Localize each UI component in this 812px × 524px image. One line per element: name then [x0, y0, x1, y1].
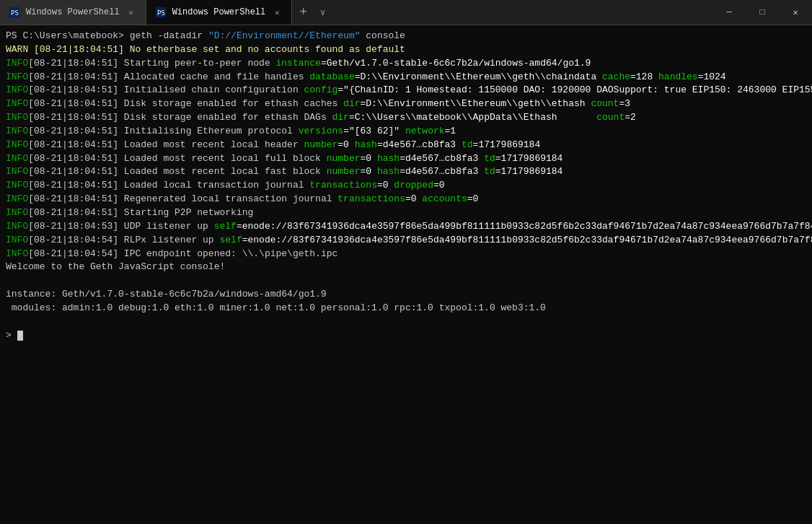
terminal-line: PS C:\Users\matebook> geth -datadir "D:/…	[6, 30, 806, 43]
minimize-button[interactable]: —	[712, 0, 746, 25]
new-tab-button[interactable]: +	[292, 0, 314, 25]
terminal-line: Welcome to the Geth JavaScript console!	[6, 261, 806, 274]
svg-text:PS: PS	[157, 9, 165, 17]
terminal-line: INFO[08-21|18:04:51] Initialised chain c…	[6, 84, 806, 97]
tab-list: PS Windows PowerShell ✕ PS Windows Power…	[0, 0, 331, 25]
terminal-line	[6, 274, 806, 288]
terminal-line: INFO[08-21|18:04:54] RLPx listener up se…	[6, 234, 806, 248]
tab-dropdown-button[interactable]: ∨	[314, 0, 331, 25]
powershell-icon-1: PS	[9, 6, 20, 18]
titlebar: PS Windows PowerShell ✕ PS Windows Power…	[0, 0, 812, 25]
close-button[interactable]: ✕	[779, 0, 812, 25]
terminal-line: INFO[08-21|18:04:51] Initialising Ethere…	[6, 125, 806, 139]
powershell-icon-2: PS	[155, 6, 167, 18]
tab-2[interactable]: PS Windows PowerShell ✕	[146, 0, 293, 25]
terminal-line: INFO[08-21|18:04:51] Starting P2P networ…	[6, 206, 806, 220]
terminal-line: modules: admin:1.0 debug:1.0 eth:1.0 min…	[6, 302, 806, 315]
terminal-cursor	[17, 331, 23, 341]
terminal-line: instance: Geth/v1.7.0-stable-6c6c7b2a/wi…	[6, 288, 806, 302]
tab-2-close[interactable]: ✕	[271, 6, 283, 18]
terminal-line: INFO[08-21|18:04:51] Loaded most recent …	[6, 152, 806, 166]
tab-1-close[interactable]: ✕	[125, 6, 137, 18]
tab-1[interactable]: PS Windows PowerShell ✕	[0, 0, 146, 25]
terminal-line: INFO[08-21|18:04:51] Allocated cache and…	[6, 71, 806, 84]
terminal-line: INFO[08-21|18:04:54] IPC endpoint opened…	[6, 248, 806, 261]
terminal-line: INFO[08-21|18:04:51] Disk storage enable…	[6, 111, 806, 125]
terminal-line: INFO[08-21|18:04:51] Loaded local transa…	[6, 179, 806, 193]
terminal-line: INFO[08-21|18:04:51] Loaded most recent …	[6, 165, 806, 179]
tab-2-label: Windows PowerShell	[172, 7, 266, 17]
terminal-line: INFO[08-21|18:04:51] Loaded most recent …	[6, 139, 806, 152]
terminal-line: INFO[08-21|18:04:53] UDP listener up sel…	[6, 220, 806, 234]
terminal-line: INFO[08-21|18:04:51] Disk storage enable…	[6, 97, 806, 111]
terminal-output[interactable]: PS C:\Users\matebook> geth -datadir "D:/…	[0, 25, 812, 524]
terminal-line: WARN [08-21|18:04:51] No etherbase set a…	[6, 43, 806, 57]
terminal-line: >	[6, 329, 806, 343]
terminal-line: INFO[08-21|18:04:51] Regenerated local t…	[6, 193, 806, 206]
maximize-button[interactable]: □	[746, 0, 779, 25]
tab-1-label: Windows PowerShell	[26, 7, 120, 17]
window-controls: — □ ✕	[712, 0, 812, 25]
terminal-line	[6, 315, 806, 329]
terminal-line: INFO[08-21|18:04:51] Starting peer-to-pe…	[6, 57, 806, 71]
svg-text:PS: PS	[11, 9, 19, 17]
